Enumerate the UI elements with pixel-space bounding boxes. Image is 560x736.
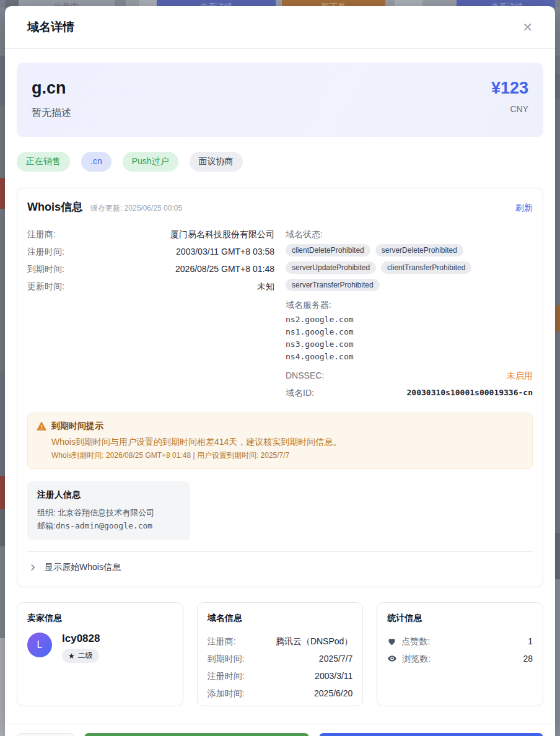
backdrop-left-edge — [0, 0, 5, 736]
whois-field-row: 注册时间: 2003/03/11 GMT+8 03:58 — [27, 243, 274, 260]
field-value: 未知 — [257, 278, 274, 295]
field-label: 添加时间: — [208, 685, 245, 702]
seller-card: 卖家信息 L lcy0828 ★ 二级 — [17, 602, 183, 706]
close-icon[interactable]: ✕ — [518, 19, 536, 36]
nameserver: ns3.google.com — [286, 338, 533, 351]
field-label: 更新时间: — [27, 278, 64, 295]
modal-body: g.cn 暂无描述 ¥123 CNY 正在销售 .cn Push过户 面议协商 … — [5, 49, 555, 706]
domain-id-label: 域名ID: — [286, 384, 314, 401]
domain-info-card: 域名信息 注册商: 腾讯云（DNSPod） 到期时间: 2025/7/7 注册时… — [197, 602, 364, 706]
field-label: 注册时间: — [208, 667, 245, 685]
raw-whois-toggle-label: 显示原始Whois信息 — [45, 562, 121, 573]
registrant-title: 注册人信息 — [37, 489, 180, 501]
whois-cache-updated: 缓存更新: 2025/06/25 00:05 — [90, 203, 182, 214]
price: ¥123 — [491, 79, 528, 98]
nameserver: ns4.google.com — [286, 351, 533, 363]
nameserver-label: 域名服务器: — [286, 296, 533, 313]
whois-right-column: 域名状态: clientDeleteProhibited serverDelet… — [286, 226, 533, 401]
domain-status-badges: clientDeleteProhibited serverDeleteProhi… — [286, 244, 533, 291]
field-value: 腾讯云（DNSPod） — [276, 633, 352, 650]
field-label: 到期时间: — [27, 260, 64, 278]
warning-title: 到期时间提示 — [51, 421, 103, 432]
domain-id-value: 20030310s10001s00019336-cn — [407, 384, 533, 401]
modal-header: 域名详情 ✕ — [5, 6, 555, 49]
seller-level-label: 二级 — [78, 651, 93, 661]
status-badge: serverTransferProhibited — [286, 279, 380, 291]
tag-row: 正在销售 .cn Push过户 面议协商 — [17, 152, 543, 172]
views-value: 28 — [523, 650, 533, 667]
seller-card-title: 卖家信息 — [27, 613, 173, 624]
domain-description: 暂无描述 — [32, 107, 71, 120]
tag-negotiable: 面议协商 — [190, 152, 243, 172]
nameserver: ns2.google.com — [286, 313, 533, 326]
stats-row: 浏览数: 28 — [387, 650, 533, 667]
field-value: 2025/7/7 — [319, 650, 353, 667]
field-value: 2003/3/11 — [315, 667, 352, 685]
field-label: 注册时间: — [27, 243, 64, 260]
domain-hero-card: g.cn 暂无描述 ¥123 CNY — [17, 63, 543, 137]
dnssec-value: 未启用 — [507, 367, 533, 384]
field-label: 注册商: — [208, 633, 236, 650]
status-badge: serverDeleteProhibited — [375, 244, 463, 256]
whois-card: Whois信息 缓存更新: 2025/06/25 00:05 刷新 注册商: 厦… — [17, 188, 543, 587]
domain-detail-modal: 域名详情 ✕ g.cn 暂无描述 ¥123 CNY 正在销售 .cn Push过… — [5, 6, 555, 736]
domain-info-title: 域名信息 — [208, 613, 353, 624]
preorder-button[interactable]: 预下单 — [84, 733, 309, 736]
domain-info-row: 添加时间: 2025/6/20 — [208, 685, 353, 702]
dnssec-label: DNSSEC: — [286, 367, 324, 384]
domain-status-label: 域名状态: — [286, 226, 533, 243]
warning-detail: Whois到期时间: 2026/08/25 GMT+8 01:48 | 用户设置… — [51, 450, 522, 461]
stats-card-title: 统计信息 — [387, 613, 533, 624]
registrant-email: dns-admin@google.com — [56, 521, 153, 530]
status-badge: clientDeleteProhibited — [286, 244, 370, 256]
show-raw-whois-toggle[interactable]: 显示原始Whois信息 — [27, 552, 533, 584]
contact-seller-button[interactable]: 联系卖家 — [319, 733, 544, 736]
like-button[interactable]: 点赞 — [17, 733, 74, 736]
refresh-link[interactable]: 刷新 — [515, 203, 533, 214]
nameserver-list: ns2.google.com ns1.google.com ns3.google… — [286, 313, 533, 363]
stats-card: 统计信息 点赞数: 1 浏览数: — [377, 602, 543, 706]
info-cards-row: 卖家信息 L lcy0828 ★ 二级 域名信息 注册商: 腾讯 — [17, 602, 543, 706]
field-value: 2003/03/11 GMT+8 03:58 — [176, 243, 274, 260]
tag-push-transfer: Push过户 — [123, 152, 178, 172]
field-label: 注册商: — [27, 226, 56, 243]
whois-field-row: 注册商: 厦门易名科技股份有限公司 — [27, 226, 274, 243]
likes-value: 1 — [528, 633, 533, 650]
field-value: 2025/6/20 — [314, 685, 352, 702]
views-label: 浏览数: — [402, 650, 431, 667]
field-value: 厦门易名科技股份有限公司 — [170, 226, 274, 243]
nameserver: ns1.google.com — [286, 326, 533, 338]
warning-icon — [37, 421, 46, 431]
modal-title: 域名详情 — [27, 19, 74, 35]
whois-field-row: 到期时间: 2026/08/25 GMT+8 01:48 — [27, 260, 274, 278]
whois-title: Whois信息 — [27, 199, 83, 214]
backdrop-right-edge — [555, 0, 560, 736]
likes-label: 点赞数: — [401, 633, 430, 650]
registrant-org: 组织: 北京谷翔信息技术有限公司 — [37, 506, 180, 519]
stats-row: 点赞数: 1 — [387, 633, 533, 650]
registrant-email-row: 邮箱:dns-admin@google.com — [37, 519, 180, 532]
avatar: L — [27, 633, 52, 657]
field-value: 2026/08/25 GMT+8 01:48 — [175, 260, 274, 278]
eye-icon — [387, 654, 397, 664]
domain-name: g.cn — [32, 79, 71, 98]
heart-icon — [387, 637, 396, 646]
status-badge: serverUpdateProhibited — [286, 261, 376, 274]
domain-info-row: 注册商: 腾讯云（DNSPod） — [208, 633, 353, 650]
seller-level-badge: ★ 二级 — [62, 649, 99, 663]
tag-tld: .cn — [81, 152, 112, 172]
domain-info-row: 到期时间: 2025/7/7 — [208, 650, 353, 667]
registrant-email-label: 邮箱: — [37, 521, 56, 530]
star-icon: ★ — [68, 652, 75, 660]
modal-footer: 点赞 预下单 联系卖家 — [5, 724, 555, 736]
currency: CNY — [491, 104, 528, 114]
field-label: 到期时间: — [208, 650, 245, 667]
whois-left-column: 注册商: 厦门易名科技股份有限公司 注册时间: 2003/03/11 GMT+8… — [27, 226, 274, 401]
seller-name: lcy0828 — [62, 633, 100, 645]
status-badge: clientTransferProhibited — [381, 261, 471, 274]
expiry-warning-box: 到期时间提示 Whois到期时间与用户设置的到期时间相差414天，建议核实到期时… — [27, 413, 533, 469]
whois-field-row: 更新时间: 未知 — [27, 278, 274, 295]
domain-info-row: 注册时间: 2003/3/11 — [208, 667, 353, 685]
registrant-info-box: 注册人信息 组织: 北京谷翔信息技术有限公司 邮箱:dns-admin@goog… — [27, 481, 190, 540]
warning-message: Whois到期时间与用户设置的到期时间相差414天，建议核实到期时间信息。 — [51, 437, 522, 448]
